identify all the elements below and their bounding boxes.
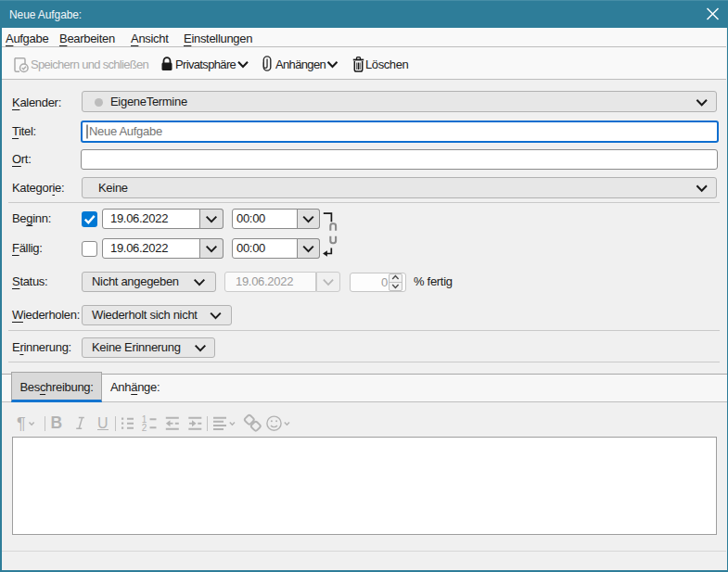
svg-text:2: 2 (142, 423, 147, 433)
